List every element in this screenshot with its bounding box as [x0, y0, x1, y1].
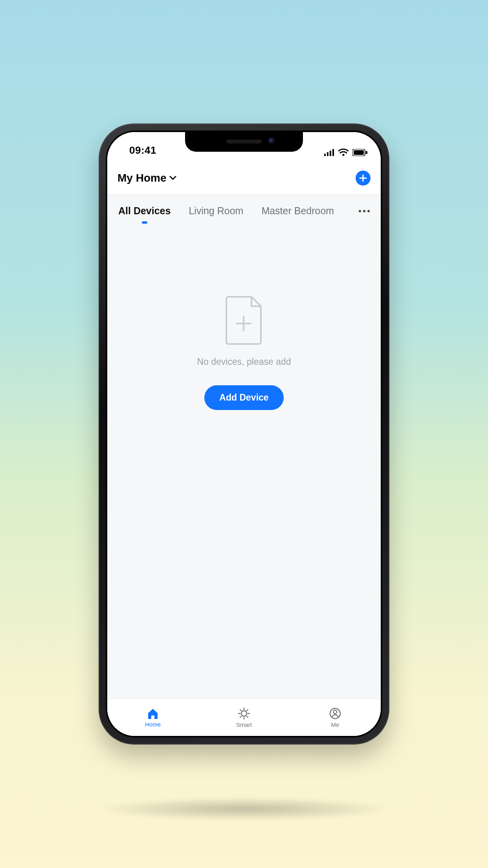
nav-home[interactable]: Home	[107, 699, 198, 736]
app-header: My Home	[107, 159, 381, 195]
chevron-down-icon	[169, 176, 176, 180]
svg-rect-1	[327, 152, 328, 156]
phone-notch	[185, 132, 303, 152]
nav-me-label: Me	[331, 721, 339, 728]
nav-me[interactable]: Me	[290, 699, 381, 736]
sun-icon	[238, 707, 250, 720]
device-drop-shadow	[95, 797, 393, 821]
battery-icon	[352, 149, 367, 156]
empty-message: No devices, please add	[197, 357, 291, 367]
nav-home-label: Home	[145, 721, 161, 728]
svg-rect-2	[330, 151, 331, 156]
svg-rect-7	[366, 151, 367, 154]
room-tabs: All Devices Living Room Master Bedroom	[107, 195, 381, 224]
phone-screen: 09:41	[107, 132, 381, 736]
tab-living-room[interactable]: Living Room	[189, 205, 243, 217]
nav-smart-label: Smart	[236, 721, 252, 728]
svg-point-10	[334, 710, 337, 714]
status-time: 09:41	[121, 144, 156, 156]
home-selector[interactable]: My Home	[117, 172, 176, 184]
plus-icon	[359, 174, 367, 182]
tab-master-bedroom[interactable]: Master Bedroom	[261, 205, 334, 217]
status-indicators	[324, 149, 367, 156]
svg-rect-6	[354, 150, 364, 155]
home-icon	[147, 708, 159, 719]
tab-all-devices[interactable]: All Devices	[118, 205, 171, 217]
document-plus-icon	[222, 294, 266, 346]
svg-rect-0	[324, 154, 326, 156]
phone-bezel: 09:41	[106, 131, 382, 737]
user-icon	[329, 707, 341, 720]
svg-point-8	[241, 711, 247, 716]
wifi-icon	[338, 149, 349, 156]
home-title-text: My Home	[117, 172, 166, 184]
svg-rect-3	[332, 149, 334, 156]
promo-background: 09:41	[0, 0, 488, 868]
phone-frame: 09:41	[99, 123, 389, 745]
tabs-overflow-icon[interactable]	[359, 210, 371, 212]
add-button[interactable]	[356, 171, 371, 186]
add-device-button[interactable]: Add Device	[204, 385, 283, 410]
svg-point-4	[342, 154, 344, 156]
cellular-icon	[324, 149, 334, 156]
empty-state: No devices, please add Add Device	[107, 224, 381, 699]
